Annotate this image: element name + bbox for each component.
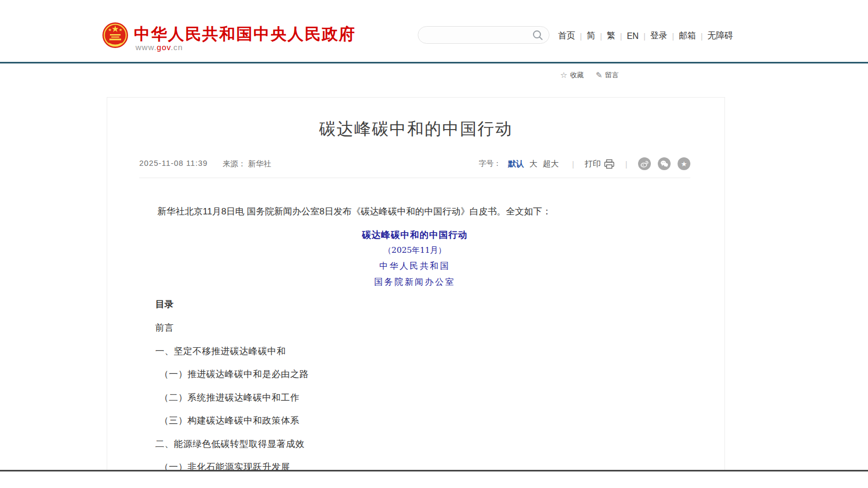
meta-divider	[139, 178, 690, 178]
message-button[interactable]: ✎ 留言	[595, 70, 619, 80]
favorite-button[interactable]: ☆ 收藏	[560, 70, 584, 80]
bottom-rule	[0, 470, 868, 471]
article-title: 碳达峰碳中和的中国行动	[107, 118, 724, 140]
nav-separator: |	[600, 32, 602, 41]
search-input[interactable]	[418, 31, 532, 39]
print-label: 打印	[585, 159, 601, 169]
article-meta-right: 字号： 默认 大 超大 | 打印 |	[479, 157, 690, 170]
nav-english[interactable]: EN	[627, 31, 639, 41]
article-meta-left: 2025-11-08 11:39 来源： 新华社	[139, 159, 271, 169]
source-value: 新华社	[248, 159, 272, 168]
font-size-default[interactable]: 默认	[508, 159, 524, 169]
star-icon: ★	[681, 161, 687, 167]
site-url-cn: .cn	[171, 43, 183, 52]
share-group: ★	[638, 157, 690, 170]
nav-separator: |	[620, 32, 622, 41]
star-outline-icon: ☆	[560, 70, 567, 80]
font-size-label: 字号：	[479, 159, 501, 169]
site-url-gov: gov	[157, 43, 171, 52]
doc-org-line2: 国务院新闻办公室	[139, 277, 690, 288]
nav-separator: |	[643, 32, 646, 41]
font-size-large[interactable]: 大	[529, 159, 537, 169]
nav-simplified[interactable]: 简	[587, 30, 595, 42]
nav-mail[interactable]: 邮箱	[679, 30, 696, 42]
source-wrap: 来源： 新华社	[222, 159, 271, 169]
publish-date: 2025-11-08 11:39	[139, 159, 208, 169]
nav-separator: |	[700, 32, 703, 41]
national-emblem-logo	[102, 21, 129, 50]
site-header: 中华人民共和国中央人民政府 www.gov.cn 首页| 简| 繁| EN| 登…	[0, 0, 868, 63]
share-wechat-icon[interactable]	[658, 157, 671, 170]
doc-title: 碳达峰碳中和的中国行动	[139, 229, 690, 241]
print-button[interactable]: 打印	[585, 159, 615, 169]
site-title: 中华人民共和国中央人民政府	[134, 23, 356, 45]
doc-org-line1: 中华人民共和国	[139, 261, 690, 272]
nav-separator: |	[672, 32, 674, 41]
pencil-icon: ✎	[595, 70, 602, 80]
toc-item-2: 二、能源绿色低碳转型取得显著成效	[155, 438, 305, 450]
font-size-xlarge[interactable]: 超大	[543, 159, 559, 169]
toc-heading: 目录	[155, 298, 173, 310]
page-action-bar: ☆ 收藏 ✎ 留言	[560, 70, 619, 80]
article-card: 碳达峰碳中和的中国行动 2025-11-08 11:39 来源： 新华社 字号：…	[107, 97, 725, 470]
nav-traditional[interactable]: 繁	[607, 30, 615, 42]
share-weibo-icon[interactable]	[638, 157, 651, 170]
nav-accessibility[interactable]: 无障碍	[707, 30, 733, 42]
search-box[interactable]	[418, 26, 550, 44]
top-nav: 首页| 简| 繁| EN| 登录| 邮箱| 无障碍	[558, 30, 733, 42]
toc-item-1-2: （二）系统推进碳达峰碳中和工作	[160, 391, 300, 404]
nav-home[interactable]: 首页	[558, 30, 575, 42]
toc-item-1-1: （一）推进碳达峰碳中和是必由之路	[160, 368, 309, 380]
doc-date: （2025年11月）	[139, 245, 690, 255]
nav-separator: |	[580, 32, 582, 41]
message-label: 留言	[605, 70, 619, 80]
share-qzone-icon[interactable]: ★	[678, 157, 690, 170]
divider: |	[625, 159, 627, 169]
site-url-www: www.	[136, 43, 157, 52]
toc-item-preface: 前言	[155, 322, 174, 334]
source-label: 来源：	[222, 159, 246, 168]
article-meta-row: 2025-11-08 11:39 来源： 新华社 字号： 默认 大 超大 | 打…	[139, 156, 690, 171]
toc-item-1-3: （三）构建碳达峰碳中和政策体系	[160, 414, 300, 427]
nav-login[interactable]: 登录	[650, 30, 667, 42]
lead-paragraph: 新华社北京11月8日电 国务院新闻办公室8日发布《碳达峰碳中和的中国行动》白皮书…	[139, 204, 690, 220]
search-icon[interactable]	[532, 29, 544, 41]
printer-icon	[604, 159, 615, 169]
divider: |	[572, 159, 574, 169]
site-url: www.gov.cn	[136, 43, 183, 52]
favorite-label: 收藏	[570, 70, 584, 80]
toc-item-1: 一、坚定不移推进碳达峰碳中和	[155, 345, 286, 357]
